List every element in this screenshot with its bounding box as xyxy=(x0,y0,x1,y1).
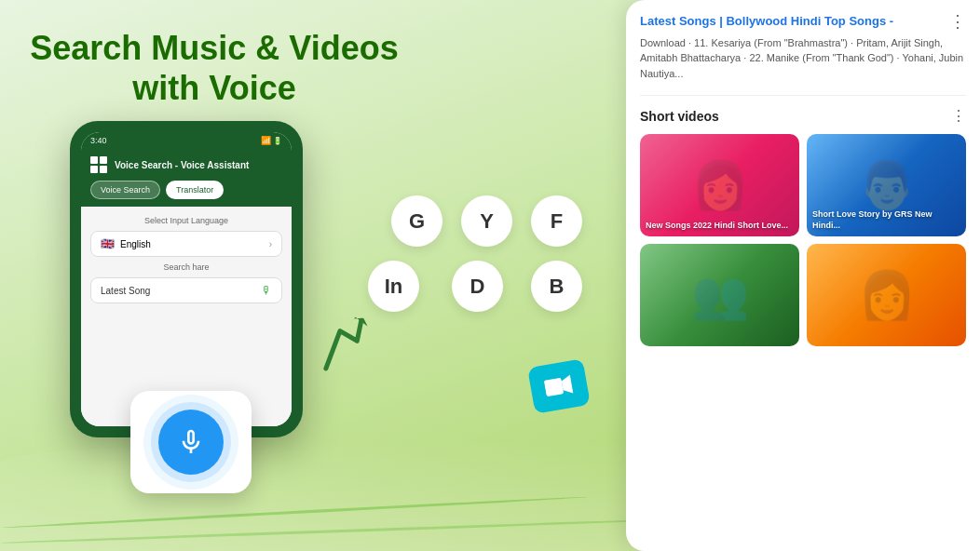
section-header: Short videos ⋮ xyxy=(640,107,966,125)
video-bg-3: 👥 xyxy=(640,244,799,346)
divider xyxy=(640,95,966,96)
search-box[interactable]: Latest Song 🎙 xyxy=(90,277,282,303)
result-title: Latest Songs | Bollywood Hindi Top Songs… xyxy=(640,14,966,30)
bubble-g: G xyxy=(391,195,442,247)
trend-arrow xyxy=(309,310,380,386)
phone-app-header: Voice Search - Voice Assistant xyxy=(81,149,292,181)
bubble-d: D xyxy=(452,261,503,312)
section-title: Short videos xyxy=(640,109,719,124)
language-text: English xyxy=(120,239,264,249)
language-selector[interactable]: 🇬🇧 English › xyxy=(90,231,282,257)
svg-rect-1 xyxy=(544,378,565,396)
tab-translator[interactable]: Translator xyxy=(166,181,224,199)
chevron-icon: › xyxy=(269,239,272,249)
mic-card xyxy=(130,391,252,493)
video-bg-4: 👩 xyxy=(807,244,966,346)
video-thumb-2[interactable]: 👨 Short Love Story by GRS New Hindi... xyxy=(807,134,966,236)
phone-status-bar: 3:40 📶 🔋 xyxy=(81,132,292,149)
right-panel: ⋮ Latest Songs | Bollywood Hindi Top Son… xyxy=(626,0,980,551)
search-label: Search hare xyxy=(90,262,282,272)
input-language-label: Select Input Language xyxy=(90,216,282,225)
bubble-in: In xyxy=(368,261,419,312)
video-bg-2: 👨 Short Love Story by GRS New Hindi... xyxy=(807,134,966,236)
more-button[interactable]: ⋮ xyxy=(949,11,966,32)
result-description: Download · 11. Kesariya (From "Brahmastr… xyxy=(640,35,966,82)
app-grid-icon xyxy=(90,156,107,173)
phone-tabs: Voice Search Translator xyxy=(81,181,292,207)
phone-mockup: 3:40 📶 🔋 Voice Search - Voice Assistant … xyxy=(70,121,303,437)
status-time: 3:40 xyxy=(90,136,107,145)
search-text: Latest Song xyxy=(101,286,150,296)
status-icons: 📶 🔋 xyxy=(261,136,282,145)
bubble-y: Y xyxy=(461,195,512,247)
phone-screen: 3:40 📶 🔋 Voice Search - Voice Assistant … xyxy=(81,132,292,426)
hero-section: Search Music & Videos with Voice xyxy=(28,28,401,127)
video-bg-1: 👩 New Songs 2022 Hindi Short Love... xyxy=(640,134,799,236)
section-more-icon[interactable]: ⋮ xyxy=(951,107,966,125)
mic-svg xyxy=(176,427,206,457)
hero-title: Search Music & Videos with Voice xyxy=(28,28,401,108)
mic-icon-small: 🎙 xyxy=(261,284,272,297)
bubble-f: F xyxy=(531,195,582,247)
flag-icon: 🇬🇧 xyxy=(101,237,115,250)
mic-button[interactable] xyxy=(158,410,224,475)
video-thumb-4[interactable]: 👩 xyxy=(807,244,966,346)
video-grid: 👩 New Songs 2022 Hindi Short Love... 👨 S… xyxy=(640,134,966,346)
tab-voice-search[interactable]: Voice Search xyxy=(90,181,160,199)
app-header-title: Voice Search - Voice Assistant xyxy=(115,160,249,170)
video-camera-icon xyxy=(527,358,591,414)
video-thumb-3[interactable]: 👥 xyxy=(640,244,799,346)
video-thumb-1[interactable]: 👩 New Songs 2022 Hindi Short Love... xyxy=(640,134,799,236)
bubble-b: B xyxy=(531,261,582,312)
